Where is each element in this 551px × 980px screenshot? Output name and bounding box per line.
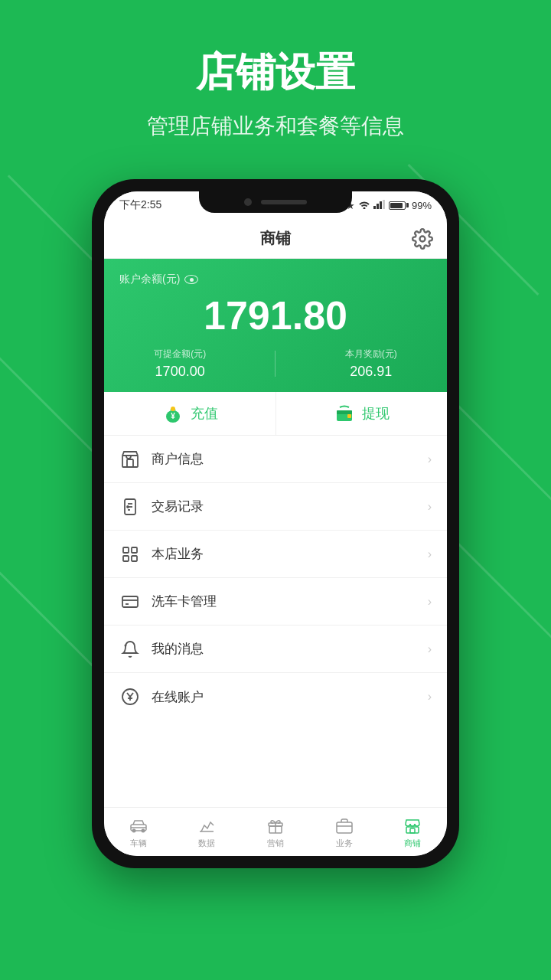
menu-item-message[interactable]: 我的消息 ›: [104, 626, 447, 673]
withdraw-button[interactable]: 提现: [276, 392, 448, 435]
tab-business-label: 业务: [336, 838, 353, 849]
signal-icon: [373, 200, 386, 211]
svg-rect-18: [132, 547, 137, 553]
tab-marketing-label: 营销: [267, 838, 284, 849]
chevron-right-icon: ›: [428, 642, 432, 656]
menu-item-account[interactable]: 在线账户 ›: [104, 673, 447, 720]
svg-rect-39: [406, 827, 419, 833]
svg-text:¥: ¥: [171, 412, 175, 420]
svg-rect-40: [410, 828, 415, 833]
withdraw-icon: [333, 402, 356, 425]
receipt-icon: [119, 496, 141, 518]
chevron-right-icon: ›: [428, 500, 432, 514]
wifi-icon: [358, 200, 370, 211]
menu-list: 商户信息 › 交易记录 ›: [104, 436, 447, 807]
camera: [244, 198, 252, 206]
tab-store[interactable]: 商铺: [378, 808, 447, 856]
svg-rect-36: [337, 822, 352, 833]
tab-store-label: 商铺: [404, 838, 421, 849]
svg-point-24: [125, 644, 127, 646]
svg-rect-17: [123, 547, 129, 553]
tab-bar: 车辆 数据: [104, 807, 447, 856]
chevron-right-icon: ›: [428, 452, 432, 466]
online-account-label: 在线账户: [152, 688, 417, 706]
svg-point-7: [171, 407, 175, 411]
withdraw-label: 提现: [362, 404, 390, 423]
battery-percent: 99%: [412, 200, 432, 211]
app-title: 商铺: [260, 228, 291, 249]
bonus-amount: 本月奖励(元) 206.91: [345, 348, 397, 380]
svg-rect-9: [337, 410, 352, 414]
balance-card: 账户余额(元) 1791.80 可提金额(元) 1700.00 本月奖励(元) …: [104, 259, 447, 392]
menu-item-carwash[interactable]: 洗车卡管理 ›: [104, 578, 447, 626]
svg-rect-3: [383, 200, 385, 209]
tab-vehicles-label: 车辆: [130, 838, 147, 849]
chart-icon: [197, 815, 217, 835]
tab-marketing[interactable]: 营销: [241, 808, 310, 856]
tab-business[interactable]: 业务: [310, 808, 379, 856]
recharge-button[interactable]: ¥ 充值: [104, 392, 276, 435]
transaction-record-label: 交易记录: [152, 498, 417, 515]
svg-point-16: [127, 506, 129, 508]
svg-rect-10: [347, 414, 351, 418]
action-buttons: ¥ 充值: [104, 392, 447, 436]
status-time: 下午2:55: [119, 198, 161, 212]
chevron-right-icon: ›: [428, 595, 432, 609]
store-business-label: 本店业务: [152, 545, 417, 563]
top-section: 店铺设置 管理店铺业务和套餐等信息: [0, 0, 551, 172]
svg-rect-2: [380, 201, 382, 209]
withdrawable-amount: 可提金额(元) 1700.00: [154, 348, 206, 380]
svg-rect-1: [377, 204, 379, 209]
svg-rect-19: [123, 556, 129, 561]
svg-rect-0: [373, 206, 376, 209]
phone-frame: 下午2:55 35.6K/s ★: [92, 179, 459, 868]
briefcase-icon: [334, 815, 354, 835]
balance-amount: 1791.80: [119, 292, 432, 338]
tab-vehicles[interactable]: 车辆: [104, 808, 173, 856]
yen-circle-icon: [119, 686, 141, 707]
speaker: [261, 200, 307, 204]
settings-button[interactable]: [412, 228, 433, 250]
phone-notch: [199, 191, 352, 213]
tab-data[interactable]: 数据: [173, 808, 242, 856]
svg-point-30: [141, 828, 145, 832]
card-icon: [119, 591, 141, 612]
my-message-label: 我的消息: [152, 640, 417, 658]
battery-icon: [389, 201, 409, 210]
grid-icon: [119, 544, 141, 565]
app-header: 商铺: [104, 219, 447, 259]
store-icon: [119, 449, 141, 470]
chevron-right-icon: ›: [428, 690, 432, 704]
carwash-card-label: 洗车卡管理: [152, 593, 417, 610]
page-title: 店铺设置: [31, 46, 520, 100]
balance-details: 可提金额(元) 1700.00 本月奖励(元) 206.91: [119, 348, 432, 392]
svg-rect-20: [132, 556, 137, 561]
page-subtitle: 管理店铺业务和套餐等信息: [31, 112, 520, 141]
balance-label: 账户余额(元): [119, 273, 432, 286]
menu-item-business[interactable]: 本店业务 ›: [104, 531, 447, 578]
store-tab-icon: [403, 815, 422, 835]
gift-icon: [266, 815, 285, 835]
phone-mockup: 下午2:55 35.6K/s ★: [92, 179, 459, 868]
recharge-label: 充值: [191, 404, 218, 423]
merchant-info-label: 商户信息: [152, 450, 417, 468]
svg-point-4: [420, 236, 425, 241]
recharge-icon: ¥: [161, 402, 184, 425]
car-icon: [129, 815, 148, 835]
chevron-right-icon: ›: [428, 547, 432, 561]
bell-icon: [119, 639, 141, 660]
balance-divider: [275, 351, 276, 377]
menu-item-merchant-info[interactable]: 商户信息 ›: [104, 436, 447, 483]
phone-screen: 下午2:55 35.6K/s ★: [104, 191, 447, 856]
menu-item-transaction[interactable]: 交易记录 ›: [104, 483, 447, 531]
tab-data-label: 数据: [198, 838, 215, 849]
eye-icon[interactable]: [184, 275, 198, 284]
svg-rect-21: [122, 596, 138, 607]
svg-point-29: [132, 828, 135, 832]
